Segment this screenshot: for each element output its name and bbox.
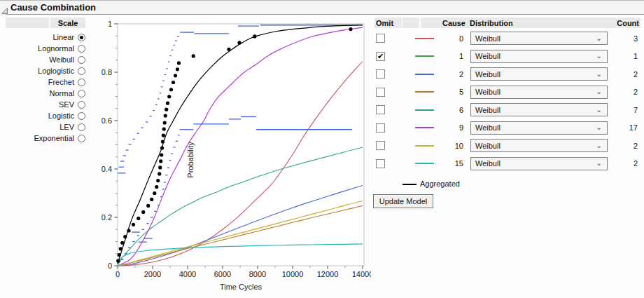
distribution-dropdown-cause-10[interactable]: Weibull⌄ [470, 139, 608, 152]
scale-option-label: Exponential [34, 134, 75, 142]
distribution-column-header: Distribution [468, 18, 611, 28]
y-tick-label: 1 [108, 20, 112, 28]
cause-number: 0 [427, 34, 463, 43]
scale-option-frechet[interactable]: Frechet [6, 76, 90, 88]
observed-probability-points [160, 153, 163, 156]
omit-checkbox-cause-5[interactable] [376, 88, 385, 97]
observed-probability-points [116, 259, 120, 263]
page-title: Cause Combination [10, 2, 96, 13]
cause-number: 6 [427, 106, 463, 114]
chevron-down-icon: ⌄ [596, 89, 602, 95]
distribution-dropdown-cause-0[interactable]: Weibull⌄ [470, 32, 608, 45]
observed-probability-points [119, 247, 122, 250]
radio-button[interactable] [78, 56, 85, 64]
omit-checkbox-cause-2[interactable] [376, 69, 385, 79]
observed-probability-points [253, 34, 256, 38]
observed-probability-points [156, 179, 160, 182]
x-tick-label: 10000 [282, 270, 304, 278]
observed-probability-points [136, 217, 140, 220]
count-value: 7 [610, 106, 638, 114]
cause-number: 5 [427, 88, 463, 96]
scale-option-label: SEV [59, 100, 74, 109]
distribution-dropdown-cause-9[interactable]: Weibull⌄ [470, 121, 608, 135]
distribution-dropdown-cause-1[interactable]: Weibull⌄ [470, 50, 608, 63]
observed-probability-points [158, 172, 161, 175]
radio-button[interactable] [78, 90, 85, 97]
observed-probability-points [161, 140, 164, 143]
omit-checkbox-cause-15[interactable] [376, 159, 385, 168]
chevron-down-icon: ⌄ [596, 125, 602, 130]
observed-probability-points [164, 114, 167, 118]
x-axis-title: Time Cycles [220, 283, 262, 291]
scale-option-label: Lognormal [38, 44, 74, 53]
observed-probability-points [174, 74, 177, 77]
distribution-selected-value: Weibull [475, 34, 596, 43]
scale-option-linear[interactable]: Linear [6, 32, 90, 43]
y-tick-label: 0.4 [102, 165, 112, 173]
distribution-dropdown-cause-2[interactable]: Weibull⌄ [470, 67, 608, 81]
x-tick-label: 8000 [249, 270, 266, 278]
scale-option-weibull[interactable]: Weibull [6, 54, 90, 65]
scale-option-lognormal[interactable]: Lognormal [6, 43, 90, 54]
omit-checkbox-cause-6[interactable] [376, 105, 385, 114]
distribution-selected-value: Weibull [475, 142, 596, 150]
omit-checkbox-cause-10[interactable] [376, 141, 385, 150]
y-tick-label: 0.8 [102, 68, 112, 76]
observed-probability-points [163, 121, 167, 125]
radio-button[interactable] [78, 123, 85, 131]
scale-option-label: Linear [52, 33, 74, 41]
distribution-dropdown-cause-6[interactable]: Weibull⌄ [470, 103, 608, 116]
scale-option-logistic[interactable]: Logistic [6, 110, 90, 121]
omit-checkbox-cause-1[interactable]: ✔ [376, 52, 385, 61]
cause-combination-panel: Cause Combination Scale LinearLognormalW… [0, 0, 644, 298]
scale-option-loglogistic[interactable]: Loglogistic [6, 65, 90, 76]
distribution-selected-value: Weibull [475, 123, 596, 132]
chevron-down-icon: ⌄ [596, 143, 602, 149]
scale-option-normal[interactable]: Normal [6, 88, 90, 99]
cause-number: 9 [427, 123, 463, 132]
radio-button[interactable] [78, 79, 85, 86]
distribution-dropdown-cause-5[interactable]: Weibull⌄ [470, 86, 608, 99]
observed-probability-points [146, 204, 150, 208]
y-tick-label: 0.6 [102, 116, 112, 125]
radio-button[interactable] [78, 112, 85, 120]
radio-button[interactable] [78, 67, 85, 75]
count-value: 1 [610, 52, 638, 60]
scale-option-exponential[interactable]: Exponential [6, 133, 90, 144]
probability-plot: 0200040006000800010000120001400000.20.40… [91, 16, 371, 298]
x-tick-label: 14000 [352, 270, 371, 278]
observed-probability-points [349, 27, 352, 31]
distribution-dropdown-cause-15[interactable]: Weibull⌄ [470, 157, 608, 170]
y-tick-label: 0.2 [102, 213, 112, 222]
distribution-selected-value: Weibull [475, 106, 596, 114]
distribution-selected-value: Weibull [475, 159, 596, 168]
title-divider [6, 14, 644, 15]
observed-probability-points [153, 191, 156, 195]
radio-button-selected[interactable] [78, 34, 85, 41]
radio-button[interactable] [78, 101, 85, 109]
observed-probability-points [166, 102, 169, 105]
disclosure-triangle-icon[interactable] [1, 4, 8, 11]
count-value: 2 [610, 159, 638, 168]
observed-probability-points [167, 95, 171, 98]
scale-option-label: Weibull [49, 55, 74, 64]
observed-probability-points [162, 133, 165, 137]
chevron-down-icon: ⌄ [596, 107, 602, 113]
x-tick-label: 6000 [214, 270, 231, 278]
omit-checkbox-cause-9[interactable] [376, 123, 385, 133]
radio-button[interactable] [78, 135, 85, 142]
update-model-button[interactable]: Update Model [373, 194, 433, 208]
scale-option-label: Normal [50, 89, 74, 97]
swatch-column-header [402, 18, 419, 28]
radio-button[interactable] [78, 45, 85, 53]
scale-option-lev[interactable]: LEV [6, 121, 90, 133]
chevron-down-icon: ⌄ [596, 72, 602, 77]
count-value: 17 [610, 123, 638, 132]
observed-probability-points [141, 210, 145, 214]
scale-option-sev[interactable]: SEV [6, 99, 90, 110]
observed-probability-points [123, 235, 127, 238]
scale-blank-header [6, 18, 49, 28]
count-value: 2 [610, 88, 638, 96]
observed-probability-points [159, 159, 162, 163]
omit-checkbox-cause-0[interactable] [376, 34, 385, 43]
